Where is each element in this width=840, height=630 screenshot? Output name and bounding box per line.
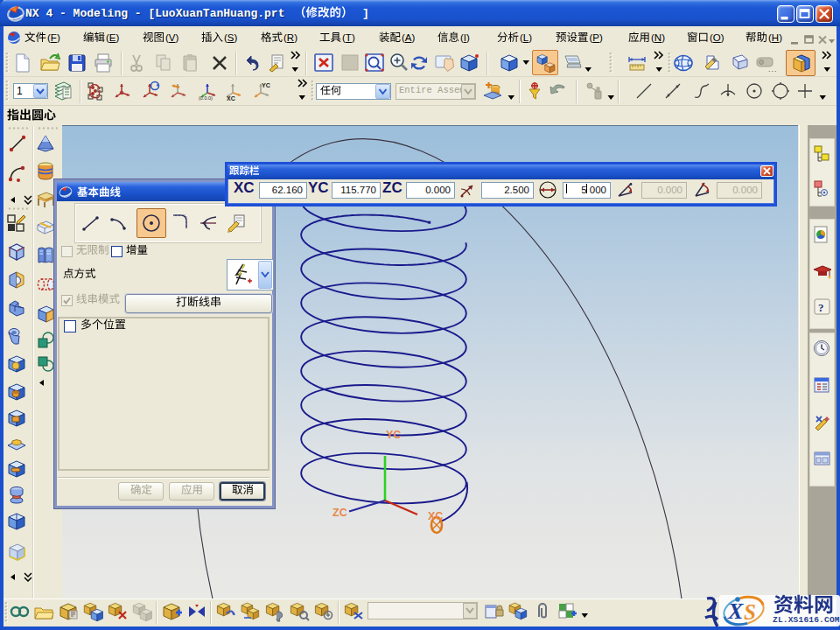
svg-text:XC: XC: [227, 95, 235, 102]
svg-text:XC: XC: [428, 510, 443, 522]
svg-text:(0.0.0): (0.0.0): [199, 95, 213, 101]
svg-text:X: X: [727, 598, 744, 624]
svg-text:YC: YC: [262, 82, 270, 88]
svg-text:S: S: [744, 600, 756, 624]
svg-text:ZC: ZC: [332, 507, 347, 519]
svg-text:?: ?: [818, 301, 824, 314]
svg-text:YC: YC: [386, 429, 401, 441]
